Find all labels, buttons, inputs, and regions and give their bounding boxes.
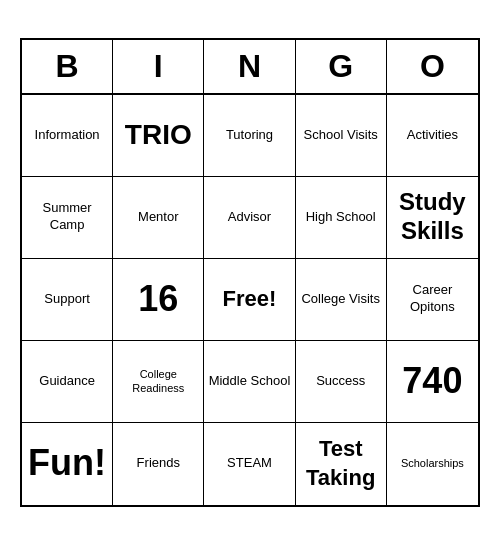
bingo-cell: School Visits: [296, 95, 387, 177]
bingo-cell: Middle School: [204, 341, 295, 423]
bingo-header-letter: I: [113, 40, 204, 93]
bingo-cell: Scholarships: [387, 423, 478, 505]
bingo-header-letter: N: [204, 40, 295, 93]
bingo-cell: Success: [296, 341, 387, 423]
bingo-cell: Test Taking: [296, 423, 387, 505]
bingo-cell: 16: [113, 259, 204, 341]
bingo-cell: Free!: [204, 259, 295, 341]
bingo-cell: Activities: [387, 95, 478, 177]
bingo-header-letter: G: [296, 40, 387, 93]
bingo-cell: College Visits: [296, 259, 387, 341]
bingo-cell: Career Opitons: [387, 259, 478, 341]
bingo-cell: Summer Camp: [22, 177, 113, 259]
bingo-grid: InformationTRIOTutoringSchool VisitsActi…: [22, 95, 478, 505]
bingo-cell: TRIO: [113, 95, 204, 177]
bingo-cell: STEAM: [204, 423, 295, 505]
bingo-header-letter: O: [387, 40, 478, 93]
bingo-card: BINGO InformationTRIOTutoringSchool Visi…: [20, 38, 480, 507]
bingo-cell: Advisor: [204, 177, 295, 259]
bingo-cell: Guidance: [22, 341, 113, 423]
bingo-cell: College Readiness: [113, 341, 204, 423]
bingo-cell: High School: [296, 177, 387, 259]
bingo-header-letter: B: [22, 40, 113, 93]
bingo-header: BINGO: [22, 40, 478, 95]
bingo-cell: Mentor: [113, 177, 204, 259]
bingo-cell: Support: [22, 259, 113, 341]
bingo-cell: Friends: [113, 423, 204, 505]
bingo-cell: Study Skills: [387, 177, 478, 259]
bingo-cell: Fun!: [22, 423, 113, 505]
bingo-cell: Tutoring: [204, 95, 295, 177]
bingo-cell: Information: [22, 95, 113, 177]
bingo-cell: 740: [387, 341, 478, 423]
